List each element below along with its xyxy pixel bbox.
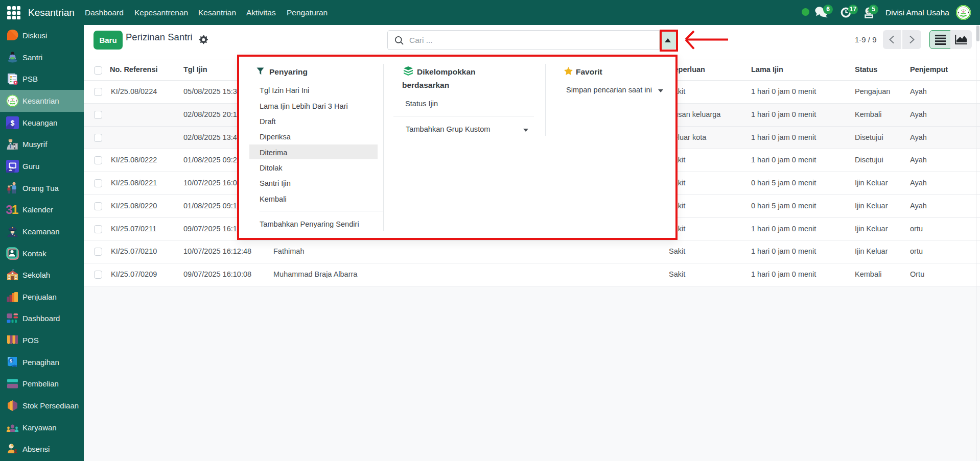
svg-text:1: 1 <box>12 203 18 216</box>
svg-text:$: $ <box>11 118 15 127</box>
svg-text:$: $ <box>10 358 13 363</box>
